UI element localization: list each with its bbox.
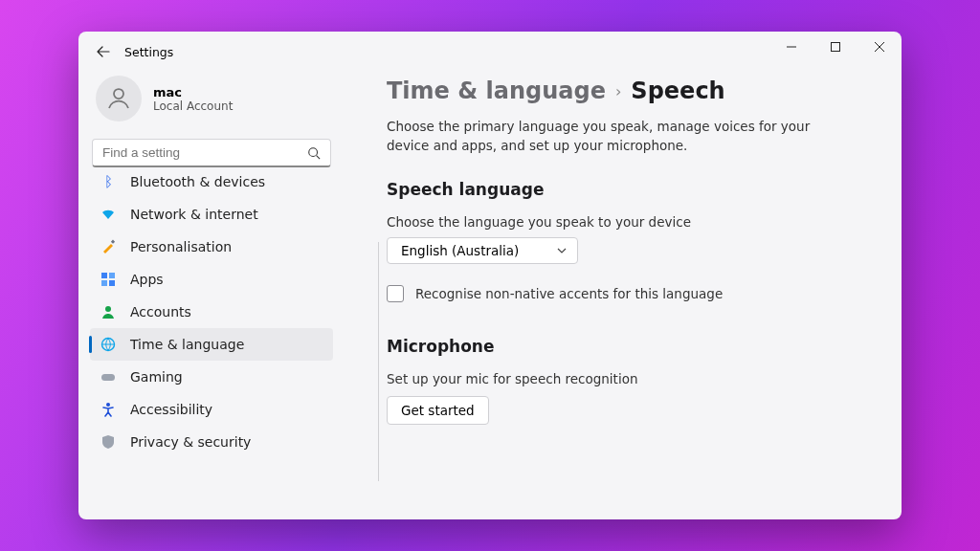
svg-point-1 bbox=[114, 89, 123, 99]
dropdown-value: English (Australia) bbox=[401, 243, 519, 258]
sidebar: mac Local Account ᛒ Bluetooth & devices … bbox=[78, 72, 345, 519]
accent-checkbox-row[interactable]: Recognise non-native accents for this la… bbox=[387, 285, 875, 302]
window-title: Settings bbox=[124, 45, 173, 59]
speech-language-dropdown[interactable]: English (Australia) bbox=[387, 237, 578, 264]
sidebar-item-label: Accessibility bbox=[130, 402, 212, 417]
bluetooth-icon: ᛒ bbox=[100, 173, 117, 190]
chevron-down-icon bbox=[556, 245, 568, 256]
sidebar-item-time-language[interactable]: Time & language bbox=[90, 328, 333, 361]
arrow-left-icon bbox=[96, 44, 111, 59]
close-button[interactable] bbox=[858, 32, 902, 62]
svg-rect-10 bbox=[101, 374, 115, 381]
sidebar-item-bluetooth[interactable]: ᛒ Bluetooth & devices bbox=[90, 173, 333, 198]
accent-checkbox-label: Recognise non-native accents for this la… bbox=[415, 286, 723, 301]
search-input[interactable] bbox=[102, 145, 307, 160]
sidebar-item-label: Accounts bbox=[130, 304, 191, 320]
divider bbox=[378, 242, 379, 481]
sidebar-item-label: Personalisation bbox=[130, 239, 232, 254]
sidebar-item-gaming[interactable]: Gaming bbox=[90, 361, 333, 393]
wifi-icon bbox=[100, 206, 117, 223]
svg-point-2 bbox=[309, 147, 318, 156]
microphone-sub: Set up your mic for speech recognition bbox=[387, 371, 875, 386]
sidebar-item-label: Gaming bbox=[130, 369, 183, 385]
sidebar-item-label: Apps bbox=[130, 272, 164, 287]
sidebar-item-label: Bluetooth & devices bbox=[130, 174, 265, 189]
sidebar-item-privacy[interactable]: Privacy & security bbox=[90, 426, 333, 458]
minimize-icon bbox=[787, 42, 796, 52]
titlebar: Settings bbox=[78, 32, 902, 72]
svg-point-11 bbox=[106, 403, 110, 407]
sidebar-item-label: Privacy & security bbox=[130, 434, 251, 450]
sidebar-item-label: Time & language bbox=[130, 337, 244, 352]
chevron-right-icon: › bbox=[615, 82, 621, 100]
svg-rect-5 bbox=[109, 273, 115, 278]
svg-rect-6 bbox=[101, 280, 107, 286]
microphone-heading: Microphone bbox=[387, 337, 875, 356]
gamepad-icon bbox=[100, 368, 117, 386]
close-icon bbox=[875, 42, 884, 52]
window-controls bbox=[769, 32, 902, 62]
brush-icon bbox=[100, 238, 117, 255]
maximize-button[interactable] bbox=[813, 32, 858, 62]
apps-icon bbox=[100, 271, 117, 288]
sidebar-item-accounts[interactable]: Accounts bbox=[90, 296, 333, 328]
sidebar-item-personalisation[interactable]: Personalisation bbox=[90, 231, 333, 263]
get-started-button[interactable]: Get started bbox=[387, 396, 489, 425]
sidebar-item-label: Network & internet bbox=[130, 207, 258, 222]
breadcrumb: Time & language › Speech bbox=[387, 77, 875, 104]
svg-rect-0 bbox=[832, 43, 840, 52]
back-button[interactable] bbox=[88, 36, 119, 67]
sidebar-item-apps[interactable]: Apps bbox=[90, 263, 333, 296]
globe-icon bbox=[100, 336, 117, 353]
search-box[interactable] bbox=[92, 139, 331, 167]
account-name: mac bbox=[153, 85, 233, 99]
accounts-icon bbox=[100, 303, 117, 320]
sidebar-nav: ᛒ Bluetooth & devices Network & internet… bbox=[90, 173, 333, 458]
shield-icon bbox=[100, 433, 117, 451]
svg-point-8 bbox=[105, 306, 111, 312]
main-content: Time & language › Speech Choose the prim… bbox=[345, 72, 902, 519]
accent-checkbox[interactable] bbox=[387, 285, 404, 302]
svg-rect-3 bbox=[111, 240, 115, 244]
settings-window: Settings mac Local Account bbox=[78, 32, 902, 519]
account-card[interactable]: mac Local Account bbox=[90, 72, 333, 137]
speech-language-sub: Choose the language you speak to your de… bbox=[387, 214, 875, 230]
accessibility-icon bbox=[100, 401, 117, 418]
person-icon bbox=[104, 84, 133, 113]
account-type: Local Account bbox=[153, 99, 233, 113]
maximize-icon bbox=[831, 42, 840, 52]
breadcrumb-current: Speech bbox=[631, 77, 724, 104]
search-icon bbox=[307, 146, 321, 160]
minimize-button[interactable] bbox=[769, 32, 813, 62]
sidebar-item-network[interactable]: Network & internet bbox=[90, 198, 333, 231]
svg-rect-4 bbox=[101, 273, 107, 278]
speech-language-heading: Speech language bbox=[387, 180, 875, 199]
sidebar-item-accessibility[interactable]: Accessibility bbox=[90, 393, 333, 426]
breadcrumb-parent[interactable]: Time & language bbox=[387, 77, 606, 104]
avatar bbox=[96, 76, 142, 121]
page-description: Choose the primary language you speak, m… bbox=[387, 118, 827, 155]
svg-rect-7 bbox=[109, 280, 115, 286]
